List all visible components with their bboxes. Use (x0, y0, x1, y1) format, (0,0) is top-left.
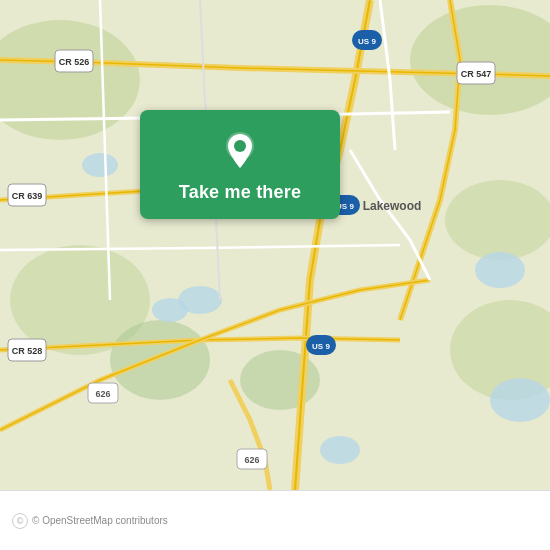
svg-point-10 (152, 298, 188, 322)
svg-text:626: 626 (95, 389, 110, 399)
svg-point-12 (490, 378, 550, 422)
map-svg: CR 526 US 9 US 9 US 9 CR 547 CR 639 CR 5… (0, 0, 550, 490)
svg-point-6 (110, 320, 210, 400)
svg-text:US 9: US 9 (358, 37, 376, 46)
osm-credit: © © OpenStreetMap contributors (12, 513, 168, 529)
svg-point-8 (82, 153, 118, 177)
svg-point-34 (234, 140, 246, 152)
location-pin-icon (218, 128, 262, 172)
map-container: CR 526 US 9 US 9 US 9 CR 547 CR 639 CR 5… (0, 0, 550, 490)
osm-credit-text: © OpenStreetMap contributors (32, 515, 168, 526)
svg-text:CR 639: CR 639 (12, 191, 43, 201)
bottom-bar: © © OpenStreetMap contributors (0, 490, 550, 550)
svg-text:Lakewood: Lakewood (363, 199, 422, 213)
cta-label: Take me there (179, 182, 301, 203)
svg-text:CR 528: CR 528 (12, 346, 43, 356)
osm-circle-icon: © (12, 513, 28, 529)
cta-button[interactable]: Take me there (140, 110, 340, 219)
svg-text:US 9: US 9 (312, 342, 330, 351)
svg-text:626: 626 (244, 455, 259, 465)
svg-point-11 (475, 252, 525, 288)
svg-text:CR 526: CR 526 (59, 57, 90, 67)
svg-text:CR 547: CR 547 (461, 69, 492, 79)
svg-point-13 (320, 436, 360, 464)
svg-point-3 (445, 180, 550, 260)
